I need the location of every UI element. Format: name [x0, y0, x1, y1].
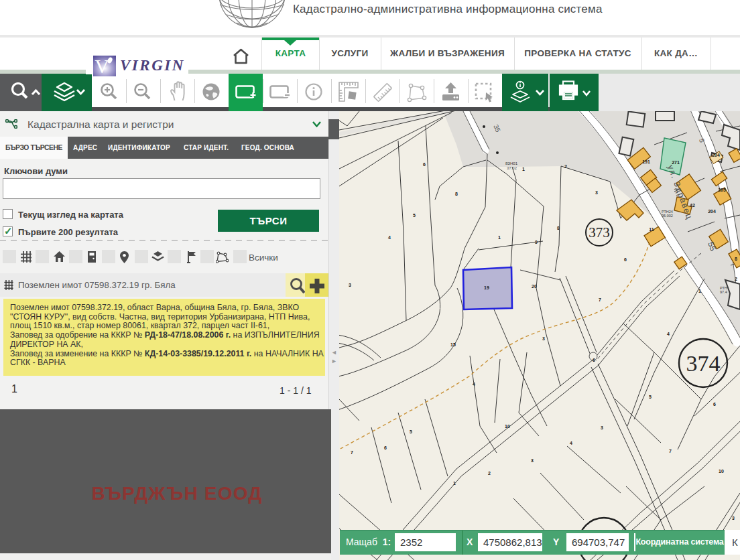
svg-text:6: 6 — [423, 162, 426, 167]
svg-text:3: 3 — [595, 190, 598, 195]
svg-text:5: 5 — [410, 429, 412, 434]
svg-text:10: 10 — [505, 424, 510, 429]
svg-text:11: 11 — [649, 227, 654, 232]
svg-text:6: 6 — [713, 402, 716, 407]
svg-text:37.02: 37.02 — [507, 166, 517, 170]
svg-text:6: 6 — [624, 257, 627, 262]
svg-text:3: 3 — [542, 336, 545, 341]
svg-text:373: 373 — [589, 224, 610, 240]
svg-text:3: 3 — [349, 283, 351, 287]
svg-text:95.002: 95.002 — [662, 214, 673, 218]
svg-text:191: 191 — [642, 159, 650, 164]
svg-text:204: 204 — [712, 153, 720, 157]
svg-text:2: 2 — [488, 471, 491, 476]
svg-text:2: 2 — [735, 277, 737, 281]
svg-text:3: 3 — [601, 425, 603, 430]
svg-text:4: 4 — [388, 235, 391, 240]
svg-text:19: 19 — [484, 285, 489, 290]
svg-text:1: 1 — [698, 289, 701, 293]
svg-text:7: 7 — [599, 297, 601, 302]
svg-text:3: 3 — [732, 516, 735, 520]
svg-text:V: V — [95, 56, 109, 76]
svg-text:271: 271 — [672, 160, 680, 165]
svg-text:10: 10 — [719, 469, 724, 474]
svg-text:7: 7 — [669, 449, 672, 453]
svg-text:205: 205 — [718, 188, 726, 192]
svg-text:5: 5 — [649, 395, 652, 399]
svg-text:1: 1 — [498, 235, 501, 240]
svg-text:8: 8 — [735, 257, 737, 261]
svg-text:6: 6 — [384, 445, 387, 450]
svg-text:2: 2 — [564, 164, 567, 169]
svg-text:7: 7 — [351, 450, 353, 455]
svg-text:8: 8 — [455, 192, 458, 196]
svg-text:97.4: 97.4 — [720, 290, 727, 294]
svg-text:8ЗН01: 8ЗН01 — [505, 161, 518, 165]
svg-text:3: 3 — [531, 458, 534, 463]
svg-text:4: 4 — [667, 332, 670, 336]
svg-text:4: 4 — [570, 441, 572, 445]
svg-text:20: 20 — [532, 284, 537, 289]
svg-text:5: 5 — [413, 213, 416, 218]
svg-text:204: 204 — [708, 209, 716, 214]
svg-text:15: 15 — [450, 342, 456, 347]
svg-text:42: 42 — [690, 203, 695, 208]
svg-text:4: 4 — [473, 382, 475, 387]
svg-text:374: 374 — [686, 351, 721, 376]
svg-text:8: 8 — [557, 226, 560, 230]
svg-text:9: 9 — [535, 240, 538, 244]
svg-text:1: 1 — [453, 481, 456, 486]
svg-text:1: 1 — [522, 167, 525, 171]
svg-text:6: 6 — [593, 358, 595, 362]
